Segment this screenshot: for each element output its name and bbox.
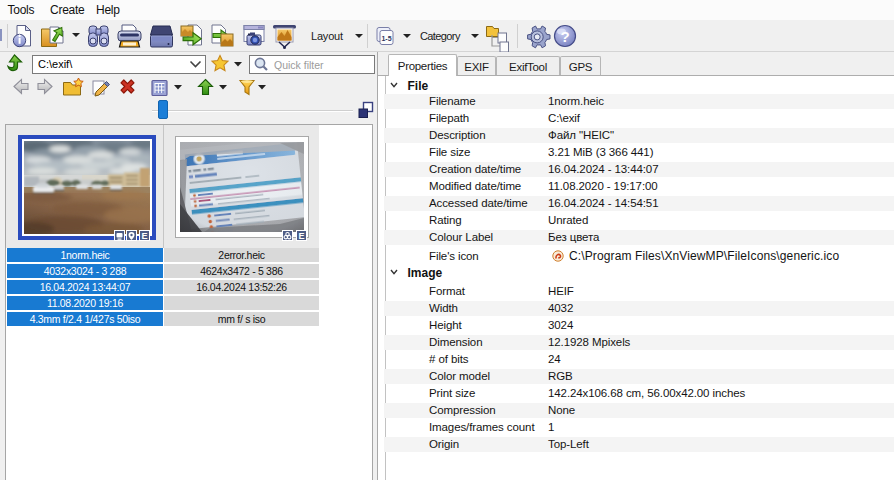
svg-text:1-5: 1-5 <box>381 35 391 42</box>
svg-text:?: ? <box>560 28 569 45</box>
